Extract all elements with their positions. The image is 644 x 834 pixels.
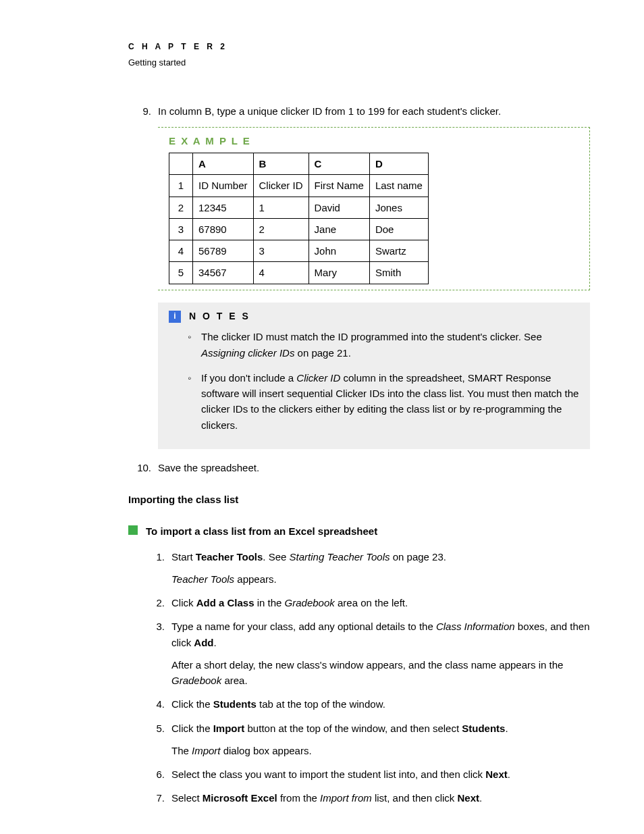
table-cell: 12345 <box>193 197 254 218</box>
procedure-step: 4.Click the Students tab at the top of t… <box>146 696 590 712</box>
step-number: 2. <box>146 595 171 610</box>
procedure-title: To import a class list from an Excel spr… <box>146 523 377 539</box>
step-body: Type a name for your class, add any opti… <box>171 619 590 688</box>
procedure-header: To import a class list from an Excel spr… <box>128 523 590 539</box>
procedure-step: 3.Type a name for your class, add any op… <box>146 619 590 688</box>
col-header: D <box>369 153 428 175</box>
step-number: 4. <box>146 696 171 712</box>
table-cell: ID Number <box>193 175 254 197</box>
table-corner <box>169 153 193 175</box>
section-heading: Importing the class list <box>128 492 590 507</box>
table-cell: Doe <box>369 218 428 240</box>
step-number: 7. <box>146 790 171 806</box>
row-number: 2 <box>169 197 193 218</box>
table-cell: 3 <box>253 240 308 262</box>
table-cell: Swartz <box>369 240 428 262</box>
table-cell: 67890 <box>193 218 254 240</box>
step-body: Start Teacher Tools. See Starting Teache… <box>171 549 590 588</box>
step-10: 10. Save the spreadsheet. <box>128 460 590 475</box>
table-cell: Mary <box>308 262 369 284</box>
table-row: 1ID NumberClicker IDFirst NameLast name <box>169 175 429 197</box>
info-icon: i <box>169 311 181 323</box>
table-row: 5345674MarySmith <box>169 262 429 284</box>
step-number: 3. <box>146 619 171 688</box>
step-number: 1. <box>146 549 171 588</box>
step-number: 6. <box>146 766 171 782</box>
table-cell: John <box>308 240 369 262</box>
table-cell: Smith <box>369 262 428 284</box>
step-body: Select Microsoft Excel from the Import f… <box>171 790 590 806</box>
step-text: Save the spreadsheet. <box>158 460 590 475</box>
bullet-icon <box>128 525 138 535</box>
table-row: 4567893JohnSwartz <box>169 240 429 262</box>
step-body: Click Add a Class in the Gradebook area … <box>171 595 590 610</box>
notes-item: The clicker ID must match the ID program… <box>188 329 579 361</box>
row-number: 4 <box>169 240 193 262</box>
table-cell: 2 <box>253 218 308 240</box>
example-table: A B C D 1ID NumberClicker IDFirst NameLa… <box>169 153 429 284</box>
procedure-step: 2.Click Add a Class in the Gradebook are… <box>146 595 590 610</box>
table-cell: Last name <box>369 175 428 197</box>
row-number: 3 <box>169 218 193 240</box>
table-cell: 34567 <box>193 262 254 284</box>
step-number: 9. <box>128 103 158 119</box>
table-cell: 56789 <box>193 240 254 262</box>
notes-box: i N O T E S The clicker ID must match th… <box>158 303 590 449</box>
chapter-subtitle: Getting started <box>128 56 590 70</box>
procedure-list: 1.Start Teacher Tools. See Starting Teac… <box>128 549 590 806</box>
table-cell: 1 <box>253 197 308 218</box>
procedure-step: 5.Click the Import button at the top of … <box>146 721 590 759</box>
table-cell: 4 <box>253 262 308 284</box>
col-header: C <box>308 153 369 175</box>
table-row: 3678902JaneDoe <box>169 218 429 240</box>
step-text: In column B, type a unique clicker ID fr… <box>158 103 590 119</box>
table-cell: David <box>308 197 369 218</box>
table-cell: Clicker ID <box>253 175 308 197</box>
step-body: Click the Students tab at the top of the… <box>171 696 590 712</box>
procedure-step: 6.Select the class you want to import th… <box>146 766 590 782</box>
notes-list: The clicker ID must match the ID program… <box>169 329 579 433</box>
table-row: 2123451DavidJones <box>169 197 429 218</box>
step-body: Select the class you want to import the … <box>171 766 590 782</box>
notes-item: If you don't include a Clicker ID column… <box>188 370 579 433</box>
table-cell: Jones <box>369 197 428 218</box>
chapter-label: C H A P T E R 2 <box>128 41 590 53</box>
col-header: B <box>253 153 308 175</box>
table-cell: Jane <box>308 218 369 240</box>
example-title: E X A M P L E <box>169 133 589 149</box>
col-header: A <box>193 153 254 175</box>
table-cell: First Name <box>308 175 369 197</box>
example-box: E X A M P L E A B C D 1ID NumberClicker … <box>158 127 590 290</box>
step-number: 5. <box>146 721 171 759</box>
procedure-step: 1.Start Teacher Tools. See Starting Teac… <box>146 549 590 588</box>
step-number: 10. <box>128 460 158 475</box>
notes-title: N O T E S <box>189 309 250 324</box>
step-9: 9. In column B, type a unique clicker ID… <box>128 103 590 119</box>
step-body: Click the Import button at the top of th… <box>171 721 590 759</box>
row-number: 1 <box>169 175 193 197</box>
procedure-step: 7.Select Microsoft Excel from the Import… <box>146 790 590 806</box>
row-number: 5 <box>169 262 193 284</box>
